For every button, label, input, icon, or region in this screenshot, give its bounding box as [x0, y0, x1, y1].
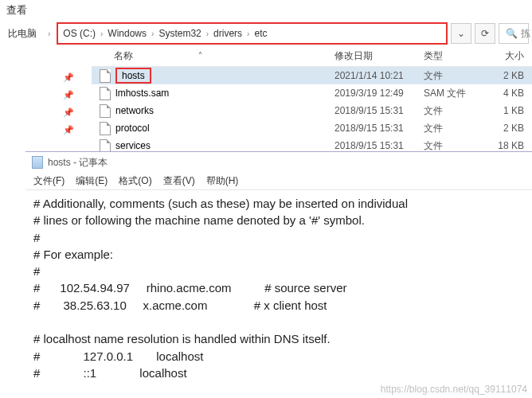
file-name-cell[interactable]: networks — [92, 104, 334, 118]
table-row[interactable]: lmhosts.sam2019/3/19 12:49SAM 文件4 KB — [92, 84, 532, 102]
file-icon — [100, 104, 111, 118]
text-line: # — [33, 263, 524, 279]
file-date: 2018/9/15 15:31 — [334, 105, 424, 116]
file-size: 4 KB — [487, 88, 529, 99]
file-icon — [100, 87, 111, 100]
breadcrumb-segment[interactable]: System32 — [157, 28, 202, 39]
file-type: 文件 — [424, 69, 487, 83]
explorer-window: 查看 比电脑 › OS (C:)›Windows›System32›driver… — [0, 0, 532, 154]
chevron-right-icon: › — [148, 29, 157, 38]
breadcrumb-segment[interactable]: OS (C:) — [61, 28, 97, 39]
menu-item[interactable]: 编辑(E) — [76, 174, 108, 188]
breadcrumb[interactable]: OS (C:)›Windows›System32›drivers›etc — [57, 22, 448, 45]
table-row[interactable]: protocol2018/9/15 15:31文件2 KB — [92, 119, 532, 137]
search-icon: 🔍 — [506, 28, 518, 39]
file-name-text: networks — [115, 105, 154, 116]
col-size[interactable]: 大小 — [487, 49, 529, 63]
pin-icon: 📌 — [0, 68, 92, 86]
search-placeholder: 拣 — [521, 27, 530, 41]
chevron-right-icon: › — [45, 29, 53, 38]
menu-item[interactable]: 文件(F) — [33, 174, 65, 188]
file-name-cell[interactable]: services — [92, 139, 334, 153]
notepad-titlebar[interactable]: hosts - 记事本 — [25, 152, 532, 173]
file-date: 2021/1/14 10:21 — [334, 70, 424, 81]
file-list-area: 📌 📌 📌 📌 名称˄ 修改日期 类型 大小 hosts2021/1/14 10… — [0, 46, 532, 154]
text-line: # ::1 localhost — [33, 365, 524, 381]
notepad-menubar[interactable]: 文件(F)编辑(E)格式(O)查看(V)帮助(H) — [25, 173, 532, 190]
breadcrumb-segment[interactable]: drivers — [212, 28, 244, 39]
chevron-right-icon: › — [244, 29, 252, 38]
text-line: # 102.54.94.97 rhino.acme.com # source s… — [33, 279, 524, 296]
file-size: 2 KB — [487, 70, 529, 81]
notepad-window: hosts - 记事本 文件(F)编辑(E)格式(O)查看(V)帮助(H) # … — [25, 151, 532, 398]
file-date: 2018/9/15 15:31 — [334, 140, 424, 151]
text-line: # For example: — [33, 246, 524, 263]
menu-item[interactable]: 帮助(H) — [206, 174, 239, 188]
file-name-text: protocol — [115, 123, 150, 134]
col-type[interactable]: 类型 — [424, 49, 487, 63]
text-line: # localhost name resolution is handled w… — [33, 330, 524, 347]
text-line: # 127.0.0.1 localhost — [33, 348, 524, 365]
this-pc-label[interactable]: 比电脑 — [3, 27, 41, 41]
file-list: 名称˄ 修改日期 类型 大小 hosts2021/1/14 10:21文件2 K… — [92, 46, 532, 154]
text-line: # 38.25.63.10 x.acme.com # x client host — [33, 297, 524, 314]
watermark: https://blog.csdn.net/qq_39111074 — [381, 384, 527, 395]
search-box[interactable]: 🔍 拣 — [499, 23, 529, 44]
text-line — [33, 314, 524, 330]
file-date: 2019/3/19 12:49 — [334, 88, 424, 99]
notepad-content[interactable]: # Additionally, comments (such as these)… — [25, 190, 532, 398]
file-date: 2018/9/15 15:31 — [334, 123, 424, 134]
breadcrumb-segment[interactable]: etc — [252, 28, 268, 39]
pin-gutter: 📌 📌 📌 📌 — [0, 46, 92, 154]
file-name-cell[interactable]: hosts — [92, 68, 334, 84]
notepad-icon — [32, 156, 43, 169]
pin-icon: 📌 — [0, 103, 92, 121]
col-date[interactable]: 修改日期 — [334, 49, 424, 63]
column-headers[interactable]: 名称˄ 修改日期 类型 大小 — [92, 46, 532, 67]
file-size: 2 KB — [487, 123, 529, 134]
pin-icon: 📌 — [0, 121, 92, 139]
file-name-cell[interactable]: protocol — [92, 122, 334, 135]
file-icon — [100, 69, 111, 83]
file-name-text: services — [115, 140, 151, 151]
col-name[interactable]: 名称˄ — [92, 49, 334, 63]
address-bar-row: 比电脑 › OS (C:)›Windows›System32›drivers›e… — [0, 21, 532, 46]
ribbon-tab[interactable]: 查看 — [0, 0, 532, 21]
file-name-text: hosts — [115, 68, 151, 84]
file-name-text: lmhosts.sam — [115, 88, 169, 99]
text-line: # — [33, 229, 524, 246]
dropdown-button[interactable]: ⌄ — [451, 23, 471, 44]
breadcrumb-segment[interactable]: Windows — [106, 28, 148, 39]
file-name-cell[interactable]: lmhosts.sam — [92, 87, 334, 100]
file-size: 1 KB — [487, 105, 529, 116]
text-line: # Additionally, comments (such as these)… — [33, 195, 524, 212]
menu-item[interactable]: 格式(O) — [119, 174, 151, 188]
file-icon — [100, 139, 111, 153]
file-type: 文件 — [424, 122, 487, 135]
pin-icon: 📌 — [0, 86, 92, 103]
text-line: # lines or following the machine name de… — [33, 212, 524, 228]
table-row[interactable]: hosts2021/1/14 10:21文件2 KB — [92, 67, 532, 84]
table-row[interactable]: networks2018/9/15 15:31文件1 KB — [92, 102, 532, 119]
chevron-right-icon: › — [203, 29, 212, 38]
file-size: 18 KB — [487, 140, 529, 151]
notepad-title-text: hosts - 记事本 — [48, 156, 108, 170]
file-type: 文件 — [424, 139, 487, 153]
menu-item[interactable]: 查看(V) — [163, 174, 195, 188]
refresh-button[interactable]: ⟳ — [475, 23, 495, 44]
sort-arrow-icon: ˄ — [198, 51, 202, 60]
chevron-right-icon: › — [97, 29, 106, 38]
file-type: SAM 文件 — [424, 87, 487, 100]
file-type: 文件 — [424, 104, 487, 118]
file-icon — [100, 122, 111, 135]
